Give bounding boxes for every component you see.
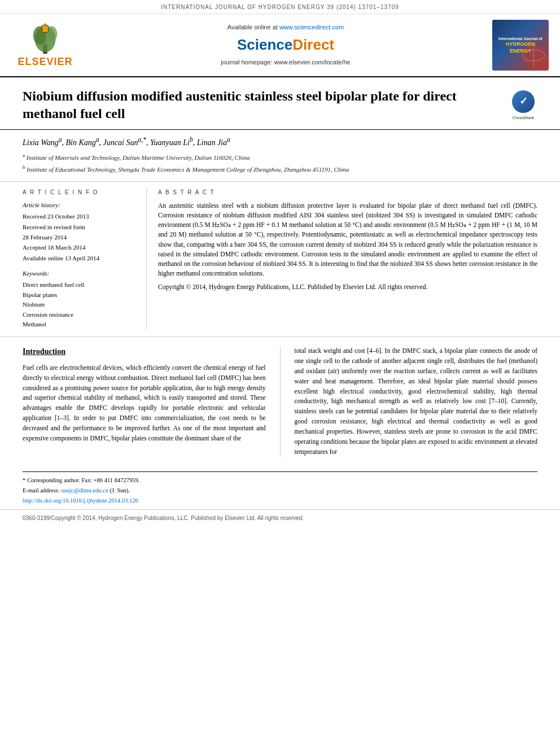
svg-rect-4 — [42, 25, 48, 33]
journal-cover-image: International Journal of HYDROGENENERGY — [492, 20, 549, 71]
email-label: E-mail address: — [23, 487, 60, 493]
affiliation-b: b Institute of Educational Technology, S… — [23, 164, 537, 174]
accepted-date: Accepted 18 March 2014 — [23, 243, 137, 252]
crossmark-label: CrossMark — [513, 115, 535, 121]
crossmark-icon: ✓ — [512, 90, 535, 113]
sciencedirect-logo: ScienceDirect — [79, 34, 492, 55]
issn-copyright: 0360-3199/Copyright © 2014, Hydrogen Ene… — [23, 515, 304, 521]
article-info-column: A R T I C L E I N F O Article history: R… — [23, 189, 147, 330]
footnotes-section: * Corresponding author. Fax: +86 411 847… — [23, 471, 537, 505]
revised-date: 28 February 2014 — [23, 233, 137, 242]
cover-text: International Journal of HYDROGENENERGY — [498, 36, 542, 54]
author-email[interactable]: sunjc@dlmu.edu.cn — [61, 487, 108, 493]
keyword-3: Niobium — [23, 300, 137, 309]
journal-header: ELSEVIER Available online at www.science… — [0, 14, 560, 77]
keywords-section: Keywords: Direct methanol fuel cell Bipo… — [23, 269, 137, 329]
body-right-column: total stack weight and cost [4–6]. In th… — [281, 346, 538, 457]
keyword-5: Methanol — [23, 320, 137, 329]
authors-section: Lixia Wanga, Bin Kanga, Juncai Suna,*, Y… — [0, 130, 560, 181]
article-info-abstract: A R T I C L E I N F O Article history: R… — [0, 182, 560, 338]
abstract-text: An austenitic stainless steel with a nio… — [158, 201, 537, 292]
bottom-bar: 0360-3199/Copyright © 2014, Hydrogen Ene… — [0, 509, 560, 527]
crossmark-badge[interactable]: ✓ CrossMark — [509, 90, 537, 121]
main-body: Introduction Fuel cells are electrochemi… — [0, 337, 560, 466]
affiliation-a: a Institute of Materials and Technology,… — [23, 152, 537, 162]
doi-line: http://dx.doi.org/10.1016/j.ijhydene.201… — [23, 497, 537, 505]
elsevier-tree-icon — [23, 21, 68, 55]
journal-header-bar: INTERNATIONAL JOURNAL OF HYDROGEN ENERGY… — [0, 0, 560, 14]
copyright-text: Copyright © 2014, Hydrogen Energy Public… — [158, 282, 537, 292]
title-section: Niobium diffusion modified austenitic st… — [0, 77, 560, 130]
introduction-paragraph: Fuel cells are electrochemical devices, … — [23, 363, 266, 444]
keyword-4: Corrosion resistance — [23, 311, 137, 319]
authors-line: Lixia Wanga, Bin Kanga, Juncai Suna,*, Y… — [23, 136, 537, 148]
journal-name: INTERNATIONAL JOURNAL OF HYDROGEN ENERGY… — [161, 4, 399, 10]
elsevier-brand: ELSEVIER — [18, 55, 72, 69]
email-suffix: (J. Sun). — [110, 487, 130, 493]
body-left-column: Introduction Fuel cells are electrochemi… — [23, 346, 281, 457]
journal-homepage-text: journal homepage: www.elsevier.com/locat… — [79, 58, 492, 67]
available-date: Available online 13 April 2014 — [23, 254, 137, 263]
doi-link[interactable]: http://dx.doi.org/10.1016/j.ijhydene.201… — [23, 497, 138, 504]
keyword-2: Bipolar plates — [23, 291, 137, 299]
keywords-title: Keywords: — [23, 269, 137, 278]
abstract-column: A B S T R A C T An austenitic stainless … — [147, 189, 537, 330]
journal-center: Available online at www.sciencedirect.co… — [79, 23, 492, 67]
received-date: Received 23 October 2013 — [23, 212, 137, 221]
revised-label: Received in revised form — [23, 223, 137, 231]
corresponding-author: * Corresponding author. Fax: +86 411 847… — [23, 477, 537, 485]
sciencedirect-url[interactable]: www.sciencedirect.com — [279, 24, 344, 30]
available-online-text: Available online at www.sciencedirect.co… — [79, 23, 492, 32]
email-line: E-mail address: sunjc@dlmu.edu.cn (J. Su… — [23, 487, 537, 495]
article-title: Niobium diffusion modified austenitic st… — [23, 88, 501, 123]
abstract-label: A B S T R A C T — [158, 189, 537, 196]
article-history-title: Article history: — [23, 201, 137, 209]
introduction-heading: Introduction — [23, 346, 266, 357]
article-info-label: A R T I C L E I N F O — [23, 189, 137, 196]
keyword-1: Direct methanol fuel cell — [23, 281, 137, 289]
right-column-text: total stack weight and cost [4–6]. In th… — [295, 346, 538, 457]
elsevier-logo: ELSEVIER — [11, 21, 79, 69]
